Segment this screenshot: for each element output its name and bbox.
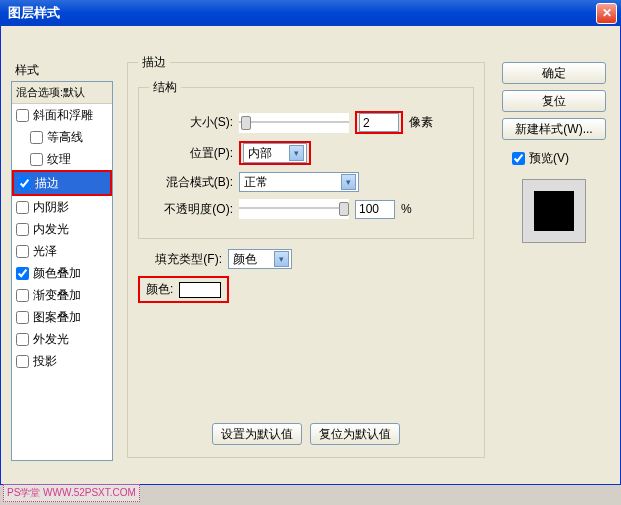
style-checkbox[interactable] <box>16 223 29 236</box>
blend-value: 正常 <box>244 174 268 191</box>
styles-heading: 样式 <box>11 62 113 79</box>
filltype-value: 颜色 <box>233 251 257 268</box>
style-item-7[interactable]: 颜色叠加 <box>12 262 112 284</box>
structure-fieldset: 结构 大小(S): 像素 位置(P): 内部 ▾ <box>138 79 474 239</box>
color-swatch[interactable] <box>179 282 221 298</box>
blend-dropdown[interactable]: 正常 ▾ <box>239 172 359 192</box>
stroke-fieldset: 描边 结构 大小(S): 像素 位置(P): 内部 ▾ <box>127 54 485 458</box>
filltype-row: 填充类型(F): 颜色 ▾ <box>138 249 474 269</box>
chevron-down-icon: ▾ <box>274 251 289 267</box>
size-input[interactable] <box>359 113 399 132</box>
style-item-8[interactable]: 渐变叠加 <box>12 284 112 306</box>
slider-thumb-icon[interactable] <box>339 202 349 216</box>
close-icon[interactable]: ✕ <box>596 3 617 24</box>
new-style-button[interactable]: 新建样式(W)... <box>502 118 606 140</box>
style-item-2[interactable]: 纹理 <box>12 148 112 170</box>
style-item-0[interactable]: 斜面和浮雕 <box>12 104 112 126</box>
right-panel: 确定 复位 新建样式(W)... 预览(V) <box>502 62 606 243</box>
position-value: 内部 <box>248 145 272 162</box>
style-item-3[interactable]: 描边 <box>14 172 110 194</box>
dialog-body: 样式 混合选项:默认 斜面和浮雕等高线纹理描边内阴影内发光光泽颜色叠加渐变叠加图… <box>0 26 621 485</box>
styles-panel: 样式 混合选项:默认 斜面和浮雕等高线纹理描边内阴影内发光光泽颜色叠加渐变叠加图… <box>11 62 113 461</box>
style-item-11[interactable]: 投影 <box>12 350 112 372</box>
chevron-down-icon: ▾ <box>341 174 356 190</box>
watermark: PS学堂 WWW.52PSXT.COM <box>3 484 140 502</box>
chevron-down-icon: ▾ <box>289 145 304 161</box>
styles-list: 混合选项:默认 斜面和浮雕等高线纹理描边内阴影内发光光泽颜色叠加渐变叠加图案叠加… <box>11 81 113 461</box>
structure-legend: 结构 <box>149 79 181 96</box>
style-item-6[interactable]: 光泽 <box>12 240 112 262</box>
blend-label: 混合模式(B): <box>149 174 239 191</box>
stroke-settings: 描边 结构 大小(S): 像素 位置(P): 内部 ▾ <box>127 54 485 486</box>
opacity-input[interactable] <box>355 200 395 219</box>
style-label: 投影 <box>33 353 57 370</box>
size-unit: 像素 <box>409 114 433 131</box>
opacity-slider[interactable] <box>239 199 349 219</box>
style-label: 内发光 <box>33 221 69 238</box>
color-row: 颜色: <box>138 276 474 303</box>
style-item-4[interactable]: 内阴影 <box>12 196 112 218</box>
ok-button[interactable]: 确定 <box>502 62 606 84</box>
size-row: 大小(S): 像素 <box>149 111 463 134</box>
opacity-row: 不透明度(O): % <box>149 199 463 219</box>
style-item-5[interactable]: 内发光 <box>12 218 112 240</box>
preview-checkbox[interactable] <box>512 152 525 165</box>
style-label: 斜面和浮雕 <box>33 107 93 124</box>
style-label: 内阴影 <box>33 199 69 216</box>
style-checkbox[interactable] <box>16 109 29 122</box>
size-label: 大小(S): <box>149 114 239 131</box>
style-checkbox[interactable] <box>16 245 29 258</box>
preview-check[interactable]: 预览(V) <box>502 150 569 167</box>
reset-default-button[interactable]: 复位为默认值 <box>310 423 400 445</box>
reset-button[interactable]: 复位 <box>502 90 606 112</box>
style-item-1[interactable]: 等高线 <box>12 126 112 148</box>
style-checkbox[interactable] <box>16 201 29 214</box>
style-label: 颜色叠加 <box>33 265 81 282</box>
style-label: 纹理 <box>47 151 71 168</box>
style-label: 光泽 <box>33 243 57 260</box>
set-default-button[interactable]: 设置为默认值 <box>212 423 302 445</box>
style-label: 描边 <box>35 175 59 192</box>
window-title: 图层样式 <box>4 4 596 22</box>
preview-box <box>522 179 586 243</box>
style-checkbox[interactable] <box>30 153 43 166</box>
titlebar: 图层样式 ✕ <box>0 0 621 26</box>
defaults-row: 设置为默认值 复位为默认值 <box>138 423 474 445</box>
style-item-9[interactable]: 图案叠加 <box>12 306 112 328</box>
style-checkbox[interactable] <box>16 267 29 280</box>
style-label: 渐变叠加 <box>33 287 81 304</box>
slider-thumb-icon[interactable] <box>241 116 251 130</box>
position-dropdown[interactable]: 内部 ▾ <box>243 143 307 163</box>
color-highlight: 颜色: <box>138 276 229 303</box>
style-checkbox[interactable] <box>30 131 43 144</box>
filltype-dropdown[interactable]: 颜色 ▾ <box>228 249 292 269</box>
stroke-legend: 描边 <box>138 54 170 71</box>
preview-label: 预览(V) <box>529 150 569 167</box>
position-label: 位置(P): <box>149 145 239 162</box>
blend-options-header[interactable]: 混合选项:默认 <box>12 82 112 104</box>
style-checkbox[interactable] <box>16 311 29 324</box>
style-label: 图案叠加 <box>33 309 81 326</box>
size-slider[interactable] <box>239 113 349 133</box>
style-checkbox[interactable] <box>16 289 29 302</box>
color-label: 颜色: <box>146 281 173 298</box>
opacity-label: 不透明度(O): <box>149 201 239 218</box>
preview-sample <box>534 191 574 231</box>
style-checkbox[interactable] <box>16 333 29 346</box>
position-row: 位置(P): 内部 ▾ <box>149 141 463 165</box>
size-highlight <box>355 111 403 134</box>
style-item-10[interactable]: 外发光 <box>12 328 112 350</box>
style-checkbox[interactable] <box>16 355 29 368</box>
style-checkbox[interactable] <box>18 177 31 190</box>
style-label: 外发光 <box>33 331 69 348</box>
style-label: 等高线 <box>47 129 83 146</box>
filltype-label: 填充类型(F): <box>138 251 228 268</box>
blend-row: 混合模式(B): 正常 ▾ <box>149 172 463 192</box>
opacity-unit: % <box>401 202 412 216</box>
position-highlight: 内部 ▾ <box>239 141 311 165</box>
